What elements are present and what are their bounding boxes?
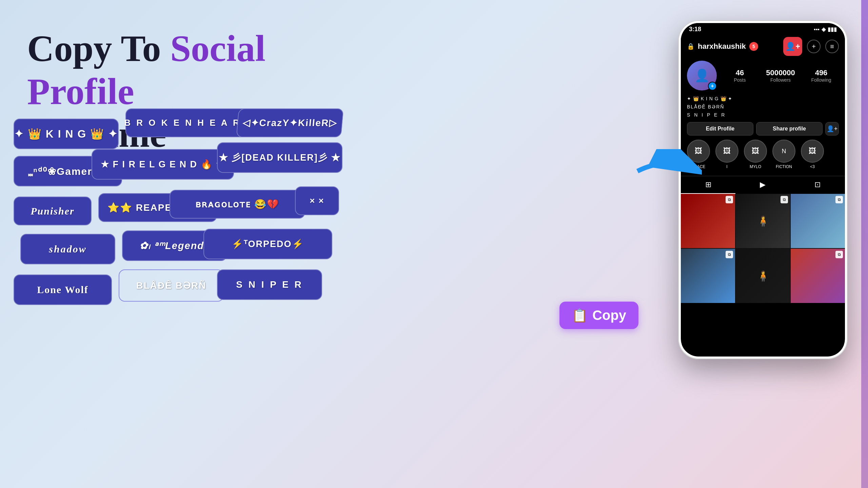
- stat-posts: 46 Posts: [722, 68, 757, 83]
- tag-icon: ⊡: [814, 180, 821, 189]
- post-thumb-2[interactable]: ⧉ 🧍: [736, 194, 790, 248]
- card-blade-barn[interactable]: BLÅÐÊ BƏRÑ: [119, 269, 224, 302]
- menu-button[interactable]: ≡: [825, 40, 839, 53]
- purple-stripe: [861, 0, 868, 488]
- battery-icon: ▮▮▮: [828, 26, 837, 33]
- add-friend-icon: 👤+: [785, 42, 800, 51]
- card-lone-wolf[interactable]: Lone Wolf: [14, 274, 112, 305]
- post-thumb-6[interactable]: ⧉: [791, 249, 845, 303]
- reels-icon: ▶: [760, 180, 766, 189]
- highlight-label-fiction: FICTION: [776, 164, 792, 169]
- card-broken-heart[interactable]: B R O K E N H E A R T: [125, 108, 251, 137]
- username-row: 🔒 harxhkaushik 5: [687, 42, 758, 51]
- menu-icon: ≡: [830, 43, 834, 50]
- tab-tagged[interactable]: ⊡: [790, 176, 845, 194]
- highlight-label-heart: <3: [810, 164, 815, 169]
- grid-icon: ⊞: [705, 180, 711, 189]
- highlight-label-i: I: [726, 164, 727, 169]
- add-friend-button[interactable]: 👤+: [783, 37, 802, 56]
- multi-icon-1: ⧉: [726, 196, 733, 203]
- avatar-wrapper: 👤 +: [687, 61, 717, 90]
- highlight-circle-heart: 🖼: [801, 140, 824, 163]
- post-thumb-3[interactable]: ⧉: [791, 194, 845, 248]
- notif-count: 5: [752, 44, 755, 49]
- following-label: Following: [811, 77, 831, 83]
- avatar-plus-button[interactable]: +: [708, 82, 717, 90]
- card-sniper[interactable]: S N I P E R: [217, 269, 322, 300]
- phone-device: 3:18 ▪▪▪ ◈ ▮▮▮ 🔒 harxhkaushik 5: [678, 20, 848, 359]
- multi-icon-3: ⧉: [835, 196, 843, 203]
- posts-grid: ⧉ ⧉ 🧍 ⧉ ⧉ 🧍 ⧉: [681, 194, 845, 303]
- bio-line-2: BLÅÐÊ BƏRÑ: [687, 103, 839, 110]
- bio-line-1: ✦ 👑 K I N G 👑 ✦: [687, 95, 839, 102]
- wifi-icon: ◈: [822, 26, 826, 33]
- highlight-fiction[interactable]: N FICTION: [772, 140, 795, 169]
- person-button[interactable]: 👤+: [825, 122, 839, 136]
- headline-part1: Copy To: [27, 28, 170, 69]
- profile-tabs: ⊞ ▶ ⊡: [681, 176, 845, 194]
- stat-followers[interactable]: 5000000 Followers: [763, 68, 798, 83]
- card-crazy-killer[interactable]: ◁✦CrazY✦KilleR▷: [236, 108, 343, 137]
- highlights-row: 🖼 PEACE 🖼 I 🖼 MYLO: [687, 140, 839, 169]
- profile-header: 🔒 harxhkaushik 5 👤+ +: [681, 34, 845, 176]
- username-text[interactable]: harxhkaushik: [698, 42, 746, 51]
- stats-row: 👤 + 46 Posts 5000000 Followers 496 F: [687, 61, 839, 90]
- phone-screen: 3:18 ▪▪▪ ◈ ▮▮▮ 🔒 harxhkaushik 5: [681, 23, 845, 357]
- action-buttons: Edit Profile Share profile 👤+: [687, 122, 839, 136]
- highlight-heart[interactable]: 🖼 <3: [801, 140, 824, 169]
- card-king[interactable]: ✦ 👑 K I N G 👑 ✦: [14, 119, 119, 149]
- edit-profile-button[interactable]: Edit Profile: [687, 122, 753, 136]
- top-icons: 👤+ + ≡: [783, 37, 839, 56]
- multi-icon-2: ⧉: [781, 196, 788, 203]
- highlight-circle-mylo: 🖼: [744, 140, 767, 163]
- blue-arrow: [634, 149, 702, 195]
- multi-icon-4: ⧉: [726, 251, 733, 258]
- highlight-mylo[interactable]: 🖼 MYLO: [744, 140, 767, 169]
- signal-icon: ▪▪▪: [814, 26, 820, 33]
- card-dead-killer[interactable]: ★ 彡[DEAD KILLER]彡 ★: [217, 142, 342, 173]
- highlight-i[interactable]: 🖼 I: [715, 140, 738, 169]
- card-xx[interactable]: × ×: [295, 186, 339, 215]
- phone-wrapper: 3:18 ▪▪▪ ◈ ▮▮▮ 🔒 harxhkaushik 5: [678, 20, 848, 468]
- bio-line-3: S N I P E R: [687, 111, 839, 119]
- phone-notch: [736, 23, 790, 35]
- bio-section: ✦ 👑 K I N G 👑 ✦ BLÅÐÊ BƏRÑ S N I P E R: [687, 95, 839, 119]
- multi-icon-6: ⧉: [835, 251, 843, 258]
- posts-count: 46: [736, 68, 744, 77]
- status-icons: ▪▪▪ ◈ ▮▮▮: [814, 26, 837, 33]
- card-punisher[interactable]: Punisher: [14, 197, 92, 225]
- lock-icon: 🔒: [687, 43, 694, 50]
- cards-area: ✦ 👑 K I N G 👑 ✦ B R O K E N H E A R T ◁✦…: [7, 108, 332, 447]
- followers-count: 5000000: [766, 68, 795, 77]
- add-icon: +: [812, 43, 816, 50]
- posts-label: Posts: [734, 77, 746, 83]
- following-count: 496: [815, 68, 828, 77]
- status-time: 3:18: [689, 26, 701, 33]
- avatar-placeholder: 👤: [694, 68, 710, 83]
- card-drago[interactable]: ʙʀᴀɢᴏʟᴏᴛᴇ 😂💔: [170, 190, 305, 219]
- person-icon: 👤+: [827, 125, 838, 133]
- highlight-label-mylo: MYLO: [750, 164, 761, 169]
- copy-label: Copy: [592, 308, 626, 323]
- copy-icon: 📋: [572, 308, 588, 323]
- followers-label: Followers: [770, 77, 791, 83]
- add-post-button[interactable]: +: [807, 40, 821, 53]
- share-profile-button[interactable]: Share profile: [756, 122, 823, 136]
- notification-badge: 5: [749, 42, 758, 51]
- highlight-circle-i: 🖼: [715, 140, 738, 163]
- highlight-circle-fiction: N: [772, 140, 795, 163]
- post-thumb-5[interactable]: 🧍: [736, 249, 790, 303]
- tab-reels[interactable]: ▶: [735, 176, 790, 194]
- card-fire-legend[interactable]: ★ F I R E L G E N D 🔥 ★: [92, 149, 234, 180]
- profile-top-bar: 🔒 harxhkaushik 5 👤+ +: [687, 37, 839, 56]
- card-torpedo[interactable]: ⚡ᵀORPEDO⚡: [203, 229, 332, 259]
- card-shadow[interactable]: shadow: [20, 234, 115, 264]
- stat-following[interactable]: 496 Following: [804, 68, 839, 83]
- post-thumb-4[interactable]: ⧉: [681, 249, 735, 303]
- post-thumb-1[interactable]: ⧉: [681, 194, 735, 248]
